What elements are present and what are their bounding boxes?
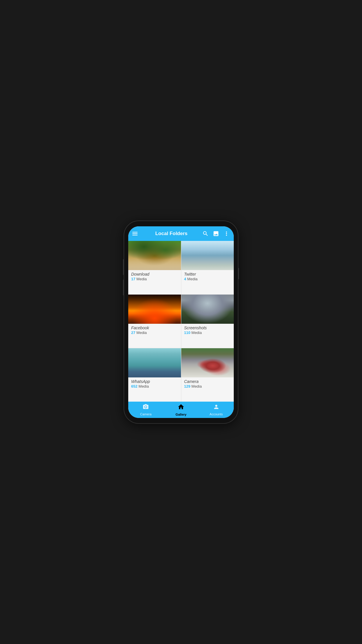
page-title: Local Folders — [140, 231, 202, 237]
folder-count-whatsapp: 652 Media — [131, 384, 178, 388]
folder-count-download: 17 Media — [131, 277, 178, 281]
folder-item-screenshots[interactable]: Screenshots 110 Media — [181, 295, 234, 348]
folder-item-camera[interactable]: Camera 129 Media — [181, 348, 234, 402]
folder-info-camera: Camera 129 Media — [181, 377, 234, 402]
folder-count-screenshots: 110 Media — [184, 330, 231, 335]
bottom-navigation: Camera Gallery Accounts — [128, 402, 234, 418]
folder-count-facebook: 27 Media — [131, 330, 178, 335]
phone-frame: Local Folders — [124, 221, 238, 423]
camera-nav-label: Camera — [140, 412, 152, 416]
menu-button[interactable] — [132, 232, 138, 235]
folder-info-twitter: Twitter 4 Media — [181, 270, 234, 294]
folder-thumb-camera — [181, 348, 234, 377]
folder-info-download: Download 17 Media — [128, 270, 181, 294]
folder-count-camera: 129 Media — [184, 384, 231, 388]
folder-count-num-twitter: 4 — [184, 277, 186, 281]
app-header: Local Folders — [128, 226, 234, 241]
folder-count-num-camera: 129 — [184, 384, 191, 388]
search-button[interactable] — [202, 230, 209, 237]
gallery-nav-icon — [178, 403, 184, 412]
phone-screen: Local Folders — [128, 226, 234, 418]
folder-thumb-download — [128, 241, 181, 270]
folders-grid: Download 17 Media Twitter 4 Media Facebo… — [128, 241, 234, 402]
nav-accounts[interactable]: Accounts — [198, 402, 234, 418]
folder-item-download[interactable]: Download 17 Media — [128, 241, 181, 294]
folder-item-twitter[interactable]: Twitter 4 Media — [181, 241, 234, 294]
folder-name-screenshots: Screenshots — [184, 326, 231, 330]
folder-info-facebook: Facebook 27 Media — [128, 324, 181, 348]
folder-thumb-facebook — [128, 295, 181, 324]
folder-name-twitter: Twitter — [184, 272, 231, 276]
nav-gallery[interactable]: Gallery — [164, 402, 199, 418]
gallery-view-button[interactable] — [213, 230, 219, 237]
header-actions — [202, 230, 230, 237]
folder-thumb-twitter — [181, 241, 234, 270]
folder-count-num-whatsapp: 652 — [131, 384, 138, 388]
folder-count-num-screenshots: 110 — [184, 330, 191, 335]
folder-info-screenshots: Screenshots 110 Media — [181, 324, 234, 348]
folder-name-camera: Camera — [184, 379, 231, 384]
gallery-nav-label: Gallery — [175, 413, 186, 416]
folder-thumb-whatsapp — [128, 348, 181, 377]
accounts-nav-label: Accounts — [210, 412, 223, 416]
folder-name-facebook: Facebook — [131, 326, 178, 330]
camera-nav-icon — [143, 404, 149, 412]
folder-count-num-facebook: 27 — [131, 330, 135, 335]
folder-info-whatsapp: WhatsApp 652 Media — [128, 377, 181, 402]
folder-item-facebook[interactable]: Facebook 27 Media — [128, 295, 181, 348]
folder-name-download: Download — [131, 272, 178, 276]
folder-thumb-screenshots — [181, 295, 234, 324]
folder-count-num-download: 17 — [131, 277, 135, 281]
nav-camera[interactable]: Camera — [128, 402, 164, 418]
folder-item-whatsapp[interactable]: WhatsApp 652 Media — [128, 348, 181, 402]
more-options-button[interactable] — [223, 230, 230, 237]
accounts-nav-icon — [213, 404, 219, 412]
folder-name-whatsapp: WhatsApp — [131, 379, 178, 384]
folder-count-twitter: 4 Media — [184, 277, 231, 281]
